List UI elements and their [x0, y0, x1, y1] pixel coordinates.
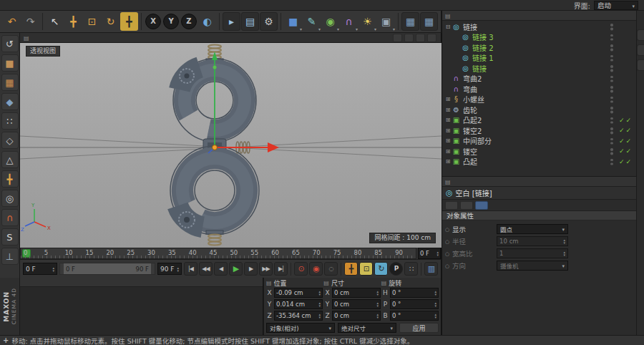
visibility-dots-icon[interactable] [610, 127, 613, 134]
toolbar-separator[interactable]: ▾ [398, 13, 399, 30]
expand-icon[interactable]: ⊞ [444, 107, 452, 113]
size-z-field[interactable]: 0 cm [332, 311, 381, 321]
record-parameter-toggle[interactable]: P [389, 262, 403, 276]
record-position-toggle[interactable]: ╋ [344, 262, 358, 276]
enable-checks[interactable]: ✓✓ [619, 137, 636, 145]
tree-item-gear[interactable]: ⊞ ⚙ 齿轮 [442, 105, 636, 115]
toolbar-separator[interactable]: ▾ [141, 13, 142, 30]
rotation-b-field[interactable]: 0 ° [390, 311, 439, 321]
rotation-h-field[interactable]: 0 ° [390, 288, 439, 298]
transport-separator[interactable] [341, 263, 341, 276]
visibility-dots-icon[interactable] [610, 148, 613, 155]
quantize-mode-button[interactable]: S [1, 228, 19, 246]
record-rotation-toggle[interactable]: ↻ [374, 262, 388, 276]
interface-select[interactable]: 启动 [594, 1, 638, 10]
go-to-start-button[interactable]: |◀ [184, 262, 197, 276]
tree-item-link-3[interactable]: ◎ 链接 3 [442, 32, 636, 43]
visibility-dots-icon[interactable] [610, 44, 613, 51]
last-used-tool-button[interactable]: ╋ ▾ [120, 12, 138, 31]
render-picture-viewer-button[interactable]: ▤ ▾ [241, 12, 259, 31]
scale-tool-button[interactable]: ⊡ ▾ [83, 12, 101, 31]
stepper-icon[interactable] [436, 251, 439, 256]
record-pla-toggle[interactable]: ∷ [404, 262, 418, 276]
transport-separator[interactable] [291, 263, 291, 276]
visibility-dots-icon[interactable] [610, 55, 613, 62]
object-origin-handle[interactable] [213, 145, 218, 150]
redo-button[interactable]: ↷ ▾ [21, 12, 39, 31]
enable-checks[interactable]: ✓✓ [619, 127, 636, 134]
visibility-dots-icon[interactable] [610, 86, 613, 92]
tree-item-small-screw[interactable]: ⊞ § 小螺丝 [442, 94, 636, 105]
tree-item-link-1[interactable]: ◎ 链接 1 [442, 53, 636, 64]
polygons-mode-button[interactable]: △ [1, 151, 19, 168]
toolbar-separator[interactable]: ▾ [219, 13, 220, 30]
stepper-icon[interactable] [52, 266, 54, 272]
lock-x-axis-button[interactable]: X ▾ [145, 14, 161, 29]
size-x-field[interactable]: 0 cm [332, 288, 381, 298]
coordinate-system-button[interactable]: ◐ ▾ [198, 12, 216, 31]
record-keyframe-button[interactable]: ⊙ [294, 262, 308, 276]
start-frame-field[interactable]: 0 F [23, 263, 57, 275]
position-x-field[interactable]: -0.09 cm [274, 288, 323, 298]
end-frame-field[interactable]: 90 F [157, 263, 182, 275]
subdivision-surface-button[interactable]: ◉ ▾ [321, 12, 339, 31]
edges-mode-button[interactable]: ◇ [1, 132, 19, 149]
go-to-end-button[interactable]: ▶| [274, 262, 288, 276]
stepper-icon[interactable] [177, 266, 179, 272]
expand-icon[interactable]: ⊞ [444, 96, 452, 102]
go-to-previous-frame-button[interactable]: ◀ [214, 262, 228, 276]
record-scale-toggle[interactable]: ⊡ [359, 262, 373, 276]
enable-checks[interactable]: ✓✓ [619, 158, 636, 165]
expand-icon[interactable]: ⊟ [444, 24, 452, 30]
lock-z-axis-button[interactable]: Z ▾ [181, 14, 197, 29]
dock-tab-takes[interactable] [637, 29, 644, 41]
visibility-dots-icon[interactable] [610, 159, 613, 165]
tree-item-link-child[interactable]: ◎ 链接 [442, 63, 636, 74]
enable-axis-button[interactable]: ╋ [1, 170, 19, 188]
visibility-dots-icon[interactable] [610, 34, 613, 41]
expand-icon[interactable]: ⊞ [444, 158, 452, 165]
tree-item-bend[interactable]: ∩ 弯曲 [442, 84, 636, 94]
tree-item-bulge[interactable]: ⊞ ▣ 凸起 ✓✓ [442, 157, 636, 167]
edit-render-settings-button[interactable]: ⚙ ▾ [260, 12, 278, 31]
toggle-layout-icon[interactable] [427, 34, 436, 42]
panel-menu-icon[interactable] [445, 178, 453, 185]
tree-item-bulge-2[interactable]: ⊞ ▣ 凸起2 ✓✓ [442, 115, 636, 126]
enable-checks[interactable]: ✓✓ [619, 117, 636, 124]
workplane-mode-button[interactable]: ◆ [1, 93, 19, 110]
solo-mode-button[interactable]: ◎ [1, 190, 19, 207]
expand-icon[interactable]: ⊞ [444, 137, 452, 144]
lock-workplane-button[interactable]: ⊥ [1, 248, 19, 265]
visibility-dots-icon[interactable] [610, 76, 613, 82]
tree-item-middle-part[interactable]: ⊞ ▣ 中间部分 ✓✓ [442, 136, 636, 147]
dock-tab-content-browser[interactable] [637, 44, 644, 56]
visibility-dots-icon[interactable] [610, 117, 613, 124]
points-mode-button[interactable]: ∷ [1, 112, 19, 130]
animation-palette-button[interactable]: ▥ [424, 262, 438, 276]
expand-icon[interactable]: ⊞ [444, 117, 452, 123]
tree-item-link[interactable]: ⊟ ◎ 链接 [442, 21, 636, 32]
expand-icon[interactable]: ⊞ [444, 127, 452, 134]
visibility-dots-icon[interactable] [610, 24, 613, 30]
lock-y-axis-button[interactable]: Y ▾ [163, 14, 179, 29]
tab-coordinates[interactable] [460, 201, 473, 210]
go-to-next-frame-button[interactable]: ▶ [244, 262, 258, 276]
go-to-next-key-button[interactable]: ▶▶ [259, 262, 273, 276]
coord-mode-select[interactable]: 对象(相对) [266, 323, 335, 333]
light-object-button[interactable]: ☀ ▾ [358, 12, 376, 31]
tree-item-cutout-2[interactable]: ⊞ ▣ 镂空2 ✓✓ [442, 125, 636, 136]
rotate-view-icon[interactable] [416, 34, 425, 42]
pen-spline-button[interactable]: ✎ ▾ [303, 12, 321, 31]
viewport-canvas[interactable]: Y X Z 透视视图 网格间距 : 100 cm [20, 43, 441, 248]
tree-item-bend-2[interactable]: ∩ 弯曲2 [442, 74, 636, 84]
enable-checks[interactable]: ✓✓ [619, 147, 636, 155]
visibility-dots-icon[interactable] [610, 138, 613, 145]
pan-view-icon[interactable] [393, 34, 402, 42]
tree-item-cutout[interactable]: ⊞ ▣ 镂空 ✓✓ [442, 146, 636, 157]
visibility-dots-icon[interactable] [610, 107, 613, 113]
make-editable-button[interactable]: ↺ [1, 35, 19, 52]
apply-button[interactable]: 应用 [399, 323, 439, 333]
panel-menu-icon[interactable] [445, 11, 453, 19]
position-z-field[interactable]: -35.364 cm [274, 311, 323, 321]
undo-button[interactable]: ↶ ▾ [3, 12, 21, 31]
